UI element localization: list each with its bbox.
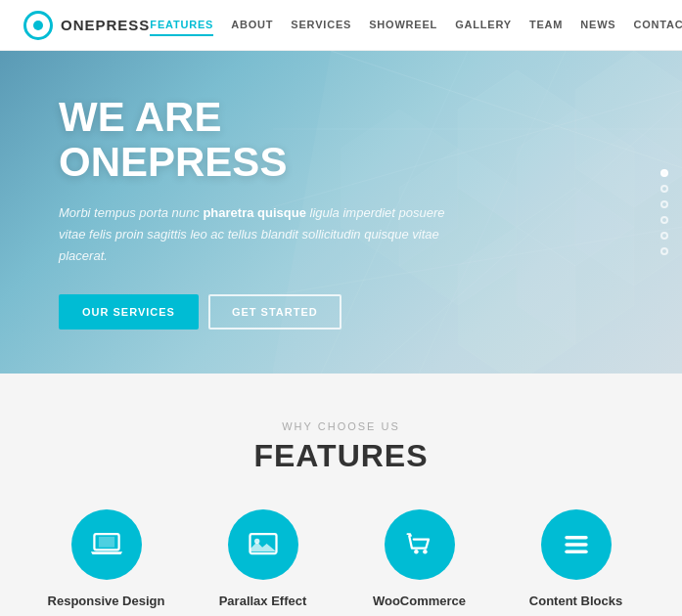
hero-buttons: OUR SERVICES GET STARTED bbox=[59, 294, 450, 330]
hero-dot-3[interactable] bbox=[660, 200, 668, 208]
nav-link-contact[interactable]: CONTACT bbox=[633, 15, 682, 36]
svg-rect-22 bbox=[565, 536, 587, 540]
nav-links: FEATURESABOUTSERVICESSHOWREELGALLERYTEAM… bbox=[150, 15, 682, 36]
features-section: WHY CHOOSE US FEATURES Responsive Design… bbox=[0, 374, 682, 616]
hero-subtitle: Morbi tempus porta nunc pharetra quisque… bbox=[59, 202, 450, 267]
logo[interactable]: ONEPRESS bbox=[23, 11, 150, 40]
features-grid: Responsive Design The theme is responsiv… bbox=[20, 509, 662, 616]
feature-item-3: Content Blocks Change the sections conte… bbox=[498, 509, 655, 616]
features-title: FEATURES bbox=[20, 438, 662, 474]
nav-link-showreel[interactable]: SHOWREEL bbox=[369, 15, 437, 36]
feature-icon-cart bbox=[385, 509, 455, 580]
feature-icon-blocks bbox=[541, 509, 612, 580]
feature-name-3: Content Blocks bbox=[508, 594, 645, 608]
hero-content: WE ARE ONEPRESS Morbi tempus porta nunc … bbox=[0, 95, 509, 330]
feature-item-2: WooCommerce Build a front page for your … bbox=[341, 509, 498, 616]
svg-rect-23 bbox=[565, 543, 587, 547]
svg-rect-17 bbox=[98, 537, 114, 548]
logo-icon bbox=[23, 11, 53, 40]
feature-item-1: Parallax Effect Create memorable pages w… bbox=[185, 509, 341, 616]
svg-point-21 bbox=[423, 550, 428, 554]
nav-link-gallery[interactable]: GALLERY bbox=[455, 15, 512, 36]
hero-section: WE ARE ONEPRESS Morbi tempus porta nunc … bbox=[0, 51, 682, 374]
nav-link-news[interactable]: NEWS bbox=[580, 15, 615, 36]
nav-link-features[interactable]: FEATURES bbox=[150, 15, 213, 36]
feature-name-1: Parallax Effect bbox=[195, 594, 332, 608]
feature-name-2: WooCommerce bbox=[351, 594, 488, 608]
feature-name-0: Responsive Design bbox=[38, 594, 175, 608]
feature-icon-laptop bbox=[71, 509, 142, 580]
svg-rect-24 bbox=[565, 550, 587, 553]
hero-dots bbox=[660, 169, 668, 255]
feature-item-0: Responsive Design The theme is responsiv… bbox=[28, 509, 185, 616]
nav-link-about[interactable]: ABOUT bbox=[231, 15, 273, 36]
hero-dot-5[interactable] bbox=[660, 232, 668, 240]
hero-dot-2[interactable] bbox=[660, 185, 668, 193]
svg-point-20 bbox=[414, 550, 419, 554]
hero-dot-1[interactable] bbox=[660, 169, 668, 177]
features-subtitle: WHY CHOOSE US bbox=[20, 420, 662, 432]
feature-icon-image bbox=[228, 509, 298, 580]
nav-link-services[interactable]: SERVICES bbox=[291, 15, 351, 36]
hero-dot-6[interactable] bbox=[660, 247, 668, 255]
hero-dot-4[interactable] bbox=[660, 216, 668, 224]
navbar: ONEPRESS FEATURESABOUTSERVICESSHOWREELGA… bbox=[0, 0, 682, 51]
hero-title: WE ARE ONEPRESS bbox=[59, 95, 450, 185]
our-services-button[interactable]: OUR SERVICES bbox=[59, 294, 199, 330]
get-started-button[interactable]: GET STARTED bbox=[208, 294, 341, 330]
nav-link-team[interactable]: TEAM bbox=[529, 15, 563, 36]
logo-text: ONEPRESS bbox=[61, 17, 150, 33]
